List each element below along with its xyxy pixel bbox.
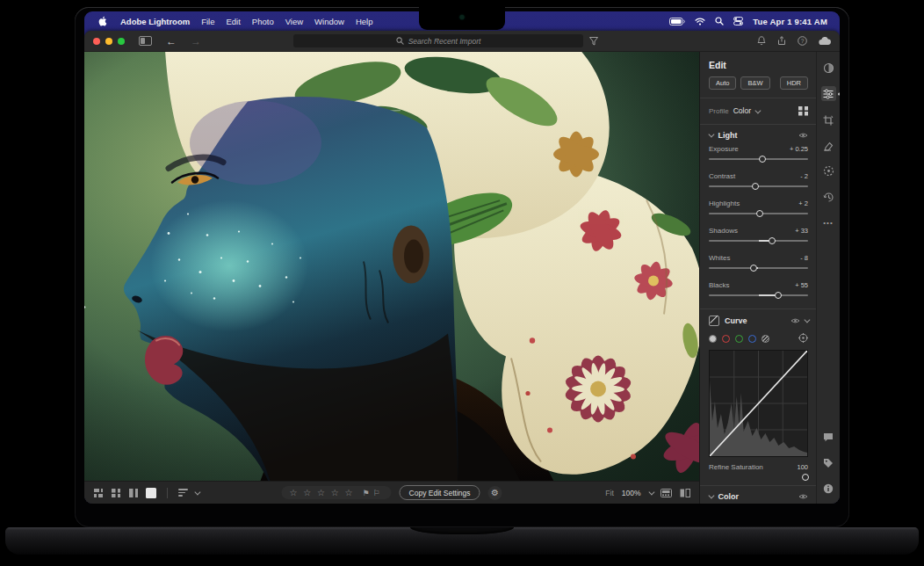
channel-green-button[interactable]	[735, 335, 743, 343]
menu-window[interactable]: Window	[314, 17, 344, 26]
blacks-knob[interactable]	[775, 292, 782, 299]
sort-chevron-icon[interactable]	[195, 490, 200, 495]
tone-curve-graph[interactable]	[709, 350, 808, 457]
menubar-clock[interactable]: Tue Apr 1 9:41 AM	[753, 17, 827, 26]
crop-tool-icon[interactable]	[821, 112, 836, 127]
color-collapse-chevron-icon[interactable]	[709, 493, 714, 498]
pick-flag-icon[interactable]: ⚑	[362, 489, 372, 497]
more-options-icon[interactable]: •••	[821, 215, 836, 230]
shadows-value: + 33	[795, 227, 808, 235]
curve-collapse-chevron-icon[interactable]	[804, 317, 809, 323]
color-visibility-eye-icon[interactable]	[798, 493, 808, 500]
healing-tool-icon[interactable]	[821, 138, 836, 153]
hdr-button[interactable]: HDR	[780, 76, 808, 90]
sort-icon[interactable]	[178, 489, 188, 497]
cloud-sync-icon[interactable]	[819, 33, 831, 49]
notifications-bell-icon[interactable]	[757, 33, 766, 49]
channel-blue-button[interactable]	[748, 335, 756, 343]
zoom-level[interactable]: 100%	[622, 489, 641, 497]
star-rating[interactable]: ☆ ☆ ☆ ☆ ☆	[289, 488, 354, 497]
zoom-fit-label[interactable]: Fit	[605, 489, 613, 497]
filter-icon[interactable]	[589, 37, 598, 46]
channel-red-button[interactable]	[722, 335, 730, 343]
curve-visibility-eye-icon[interactable]	[790, 317, 800, 324]
exposure-value: + 0.25	[790, 145, 808, 153]
search-icon	[396, 37, 404, 45]
menu-help[interactable]: Help	[356, 17, 373, 26]
close-window-button[interactable]	[93, 38, 100, 45]
channel-point-curve-button[interactable]	[762, 335, 769, 343]
auto-button[interactable]: Auto	[709, 76, 736, 90]
compare-view-icon[interactable]	[128, 488, 139, 498]
shadows-slider[interactable]: Shadows+ 33	[700, 227, 816, 250]
contrast-knob[interactable]	[752, 183, 759, 190]
browse-profiles-icon[interactable]	[798, 106, 808, 116]
menu-view[interactable]: View	[285, 17, 303, 26]
battery-icon[interactable]	[669, 18, 685, 25]
apple-menu-icon[interactable]	[98, 16, 107, 26]
blacks-slider[interactable]: Blacks+ 55	[700, 281, 816, 305]
minimize-window-button[interactable]	[105, 38, 112, 45]
zoom-chevron-icon[interactable]	[648, 490, 653, 495]
menu-file[interactable]: File	[201, 17, 214, 26]
channel-luminance-button[interactable]	[709, 335, 717, 343]
detail-view-icon[interactable]	[146, 488, 156, 498]
highlights-label: Highlights	[709, 200, 740, 207]
edit-tool-icon[interactable]	[821, 86, 836, 101]
targeted-adjustment-icon[interactable]	[798, 333, 808, 345]
blacks-value: + 55	[795, 281, 808, 289]
edit-panel: Edit Auto B&W HDR Profile Color	[699, 52, 816, 504]
quick-adjust-icon[interactable]	[821, 61, 836, 76]
before-after-icon[interactable]	[680, 485, 690, 501]
filmstrip-icon[interactable]	[661, 485, 672, 501]
bw-button[interactable]: B&W	[740, 76, 769, 90]
profile-chevron-icon[interactable]	[755, 107, 761, 112]
contrast-slider[interactable]: Contrast- 2	[700, 172, 816, 196]
keywords-tag-icon[interactable]	[821, 455, 836, 470]
square-grid-view-icon[interactable]	[111, 488, 121, 498]
reject-flag-icon[interactable]: ⚐	[373, 489, 384, 497]
wifi-icon[interactable]	[695, 18, 705, 25]
help-icon[interactable]: ?	[798, 33, 807, 49]
search-input[interactable]: Search Recent Import	[293, 34, 583, 47]
toolbar-divider	[167, 488, 168, 498]
highlights-value: + 2	[798, 200, 808, 207]
forward-button[interactable]: →	[191, 36, 201, 47]
control-center-icon[interactable]	[733, 17, 743, 25]
back-button[interactable]: ←	[166, 36, 177, 47]
share-icon[interactable]	[777, 33, 786, 49]
refine-saturation-knob[interactable]	[802, 474, 809, 481]
photo-grid-view-icon[interactable]	[93, 488, 104, 498]
light-visibility-eye-icon[interactable]	[798, 132, 808, 139]
highlights-knob[interactable]	[756, 210, 763, 217]
light-collapse-chevron-icon[interactable]	[709, 132, 714, 137]
window-controls	[93, 38, 125, 45]
tool-rail: •••	[816, 52, 840, 504]
versions-history-icon[interactable]	[821, 190, 836, 205]
settings-gear-icon[interactable]: ⚙	[488, 486, 502, 500]
menubar-app-name[interactable]: Adobe Lightroom	[120, 17, 190, 26]
lid-thumb-scoop	[410, 527, 514, 534]
menu-photo[interactable]: Photo	[252, 17, 274, 26]
shadows-knob[interactable]	[769, 237, 776, 244]
exposure-slider[interactable]: Exposure+ 0.25	[700, 145, 816, 169]
curve-tool-icon[interactable]	[709, 316, 719, 326]
menu-edit[interactable]: Edit	[226, 17, 240, 26]
comments-icon[interactable]	[821, 430, 836, 445]
info-icon[interactable]	[821, 481, 836, 496]
whites-slider[interactable]: Whites- 8	[700, 254, 816, 278]
photo-canvas[interactable]	[84, 52, 699, 481]
curve-section-header[interactable]: Curve	[700, 309, 816, 331]
profile-row[interactable]: Profile Color	[700, 98, 816, 124]
profile-value[interactable]: Color	[733, 106, 751, 115]
color-section-header[interactable]: Color	[700, 486, 816, 504]
masking-tool-icon[interactable]	[821, 163, 836, 178]
exposure-knob[interactable]	[759, 156, 766, 163]
whites-knob[interactable]	[750, 265, 757, 272]
sidebar-toggle-icon[interactable]	[139, 36, 152, 46]
highlights-slider[interactable]: Highlights+ 2	[700, 200, 816, 223]
light-section-header[interactable]: Light	[700, 125, 816, 145]
spotlight-search-icon[interactable]	[715, 17, 724, 25]
zoom-window-button[interactable]	[118, 38, 125, 45]
copy-edit-settings-button[interactable]: Copy Edit Settings	[400, 485, 480, 500]
